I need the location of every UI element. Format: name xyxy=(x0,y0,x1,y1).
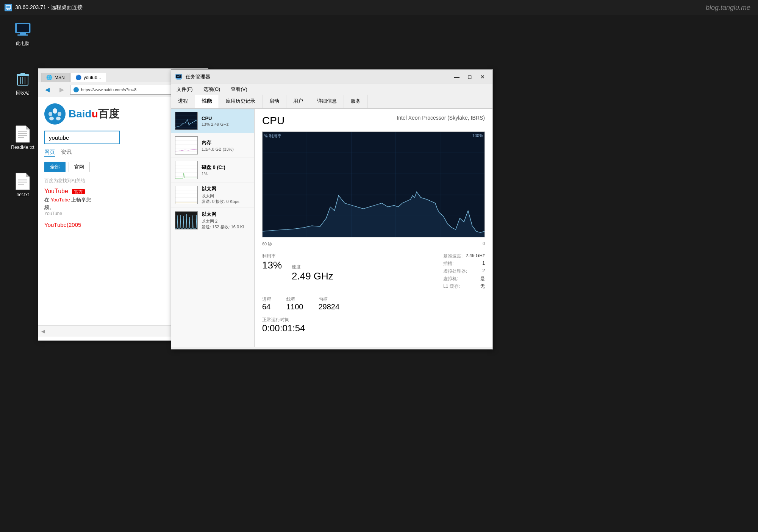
browser-tabs: 🌐 MSN 🔵 youtub... xyxy=(41,69,107,82)
eth1-resource-name: 以太网 xyxy=(202,186,250,192)
resource-cpu[interactable]: CPU 13% 2.49 GHz xyxy=(171,109,254,133)
menu-options[interactable]: 选项(O) xyxy=(201,85,223,94)
scroll-left[interactable]: ◀ xyxy=(41,329,45,334)
svg-rect-5 xyxy=(17,24,29,32)
taskmgr-title-icon xyxy=(175,73,183,81)
readme-file-icon xyxy=(14,125,32,143)
tab-users[interactable]: 用户 xyxy=(286,95,310,108)
nettxt-file-icon xyxy=(14,172,32,190)
tab-app-history[interactable]: 应用历史记录 xyxy=(219,95,263,108)
eth2-resource-detail1: 以太网 2 xyxy=(202,218,250,224)
resource-memory[interactable]: 内存 1.3/4.0 GB (33%) xyxy=(171,133,254,158)
search-tab-webpage[interactable]: 网页 xyxy=(44,149,55,157)
desktop-icon-readme[interactable]: ReadMe.txt xyxy=(8,125,38,150)
disk-resource-name: 磁盘 0 (C:) xyxy=(202,164,250,171)
cpu-thread-label: 线程 xyxy=(286,296,303,303)
desktop-icon-nettxt[interactable]: net.txt xyxy=(8,172,38,197)
back-button[interactable]: ◀ xyxy=(41,84,53,95)
cpu-graph: % 利用率 100% xyxy=(262,131,485,237)
result-2-title[interactable]: YouTube(2005 xyxy=(44,222,81,228)
memory-resource-detail: 1.3/4.0 GB (33%) xyxy=(202,147,250,151)
eth1-resource-info: 以太网 以太网 发送: 0 接收: 0 Kbps xyxy=(202,186,250,204)
cpu-detail-panel: CPU Intel Xeon Processor (Skylake, IBRS)… xyxy=(255,109,492,347)
svg-marker-15 xyxy=(26,126,30,129)
resource-disk[interactable]: 磁盘 0 (C:) 1% xyxy=(171,158,254,183)
cpu-speed-value: 2.49 GHz xyxy=(292,270,333,282)
rdp-titlebar: 38.60.203.71 - 远程桌面连接 blog.tanglu.me xyxy=(0,0,758,15)
cpu-graph-labels: 60 秒 0 xyxy=(262,241,485,247)
disk-resource-info: 磁盘 0 (C:) 1% xyxy=(202,164,250,176)
spec-baseline: 基准速度: 2.49 GHz xyxy=(443,253,485,259)
eth2-thumbnail xyxy=(175,211,198,229)
memory-resource-info: 内存 1.3/4.0 GB (33%) xyxy=(202,139,250,151)
spec-vproc: 虚拟处理器: 2 xyxy=(443,268,485,275)
filter-official[interactable]: 官网 xyxy=(69,162,90,172)
desktop-icon-computer[interactable]: 此电脑 xyxy=(8,21,38,47)
cpu-graph-100-label: 100% xyxy=(472,133,483,138)
computer-icon xyxy=(14,21,32,39)
search-tab-news[interactable]: 资讯 xyxy=(61,149,72,157)
svg-point-30 xyxy=(56,117,61,120)
close-button[interactable]: ✕ xyxy=(477,73,489,81)
desktop: 38.60.203.71 - 远程桌面连接 blog.tanglu.me 此电脑 xyxy=(0,0,758,532)
forward-button[interactable]: ▶ xyxy=(56,84,68,95)
baidu-text: Baidu百度 xyxy=(69,107,119,121)
disk-thumbnail xyxy=(175,161,198,179)
tab-services[interactable]: 服务 xyxy=(344,95,368,108)
eth1-resource-detail2: 发送: 0 接收: 0 Kbps xyxy=(202,199,250,204)
nettxt-file-label: net.txt xyxy=(17,192,29,197)
cpu-handle-group: 句柄 29824 xyxy=(319,296,340,311)
tab-msn-label: MSN xyxy=(55,75,65,80)
menu-view[interactable]: 查看(V) xyxy=(228,85,249,94)
svg-point-26 xyxy=(53,108,57,114)
browser-tab-youtube[interactable]: 🔵 youtub... xyxy=(70,73,106,82)
cpu-speed-label: 速度 xyxy=(292,264,301,270)
svg-point-28 xyxy=(58,112,61,116)
cpu-handle-value: 29824 xyxy=(319,303,340,311)
cpu-process-label: 进程 xyxy=(262,296,271,303)
cpu-thread-group: 线程 1100 xyxy=(286,296,303,311)
taskmgr-titlebar: 任务管理器 — □ ✕ xyxy=(171,70,492,84)
tab-details[interactable]: 详细信息 xyxy=(310,95,344,108)
resource-eth1[interactable]: 以太网 以太网 发送: 0 接收: 0 Kbps xyxy=(171,183,254,208)
tab-startup[interactable]: 启动 xyxy=(263,95,286,108)
svg-rect-7 xyxy=(17,34,28,36)
minimize-button[interactable]: — xyxy=(451,73,463,81)
taskmgr-body: CPU 13% 2.49 GHz xyxy=(171,109,492,347)
search-input[interactable] xyxy=(44,131,120,144)
taskmgr-title-text: 任务管理器 xyxy=(186,73,451,80)
cpu-uptime: 正常运行时间 0:00:01:54 xyxy=(262,317,485,334)
cpu-stats-row1: 利用率 13% 速度 2.49 GHz 基准速度: xyxy=(262,253,485,291)
spec-l1: L1 缓存: 无 xyxy=(443,283,485,290)
memory-resource-name: 内存 xyxy=(202,139,250,146)
cpu-resource-info: CPU 13% 2.49 GHz xyxy=(202,115,250,126)
resource-eth2[interactable]: 以太网 以太网 2 发送: 152 接收: 16.0 KI xyxy=(171,208,254,233)
browser-tab-msn[interactable]: 🌐 MSN xyxy=(41,73,70,82)
cpu-process-value: 64 xyxy=(262,303,271,311)
tab-process[interactable]: 进程 xyxy=(171,95,195,108)
svg-rect-10 xyxy=(20,73,25,75)
tab-performance[interactable]: 性能 xyxy=(195,95,219,108)
cpu-resource-name: CPU xyxy=(202,115,250,121)
address-text: https://www.baidu.com/s?tn=8 xyxy=(81,87,136,92)
desktop-icon-recycle[interactable]: 回收站 xyxy=(8,70,38,96)
recycle-bin-icon xyxy=(14,70,32,88)
baidu-logo-icon xyxy=(44,103,66,125)
spec-slot: 插槽: 1 xyxy=(443,261,485,267)
cpu-utilization-label: 利用率 xyxy=(262,253,333,259)
cpu-handle-label: 句柄 xyxy=(319,296,340,303)
cpu-utilization-group: 利用率 13% 速度 2.49 GHz xyxy=(262,253,333,291)
result-1-yt: YouTube xyxy=(51,197,70,203)
eth2-resource-info: 以太网 以太网 2 发送: 152 接收: 16.0 KI xyxy=(202,211,250,230)
menu-file[interactable]: 文件(F) xyxy=(174,85,195,94)
resource-list: CPU 13% 2.49 GHz xyxy=(171,109,255,347)
cpu-model: Intel Xeon Processor (Skylake, IBRS) xyxy=(397,115,485,121)
cpu-header: CPU Intel Xeon Processor (Skylake, IBRS) xyxy=(262,115,485,127)
cpu-thumbnail xyxy=(175,112,198,130)
task-manager-window: 任务管理器 — □ ✕ 文件(F) 选项(O) 查看(V) 进程 性能 应用历史… xyxy=(171,69,493,349)
maximize-button[interactable]: □ xyxy=(464,73,476,81)
filter-all[interactable]: 全部 xyxy=(44,162,66,172)
svg-rect-0 xyxy=(6,6,11,9)
result-1-title[interactable]: YouTube xyxy=(44,188,68,194)
window-controls: — □ ✕ xyxy=(451,73,489,81)
